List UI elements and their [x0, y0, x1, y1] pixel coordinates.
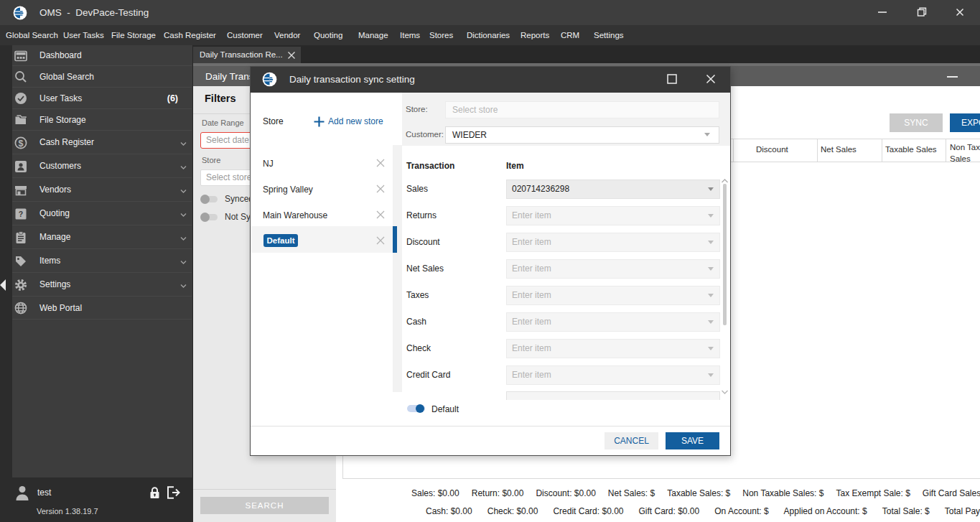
svg-text:?: ? [19, 210, 23, 218]
svg-text:$: $ [19, 139, 24, 149]
